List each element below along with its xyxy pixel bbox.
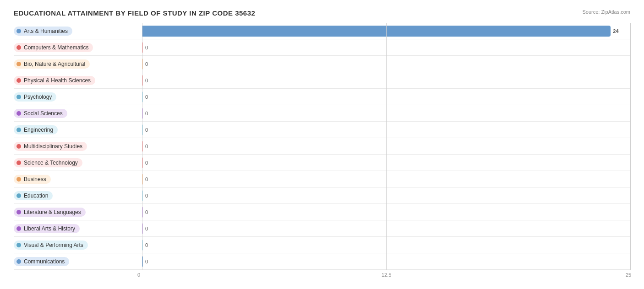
bar-value-com: 0 (145, 259, 148, 264)
bar-row-vis: Visual & Performing Arts0 (14, 237, 630, 253)
dot-soc (16, 111, 21, 116)
bar-row-bus: Business0 (14, 171, 630, 187)
bar-arts (142, 26, 611, 37)
x-tick-2: 25 (626, 272, 631, 278)
bar-row-com: Communications0 (14, 253, 630, 270)
label-pill-arts: Arts & Humanities (14, 27, 72, 36)
label-container-arts: Arts & Humanities (14, 27, 142, 36)
bar-section-eng: 0 (142, 122, 630, 138)
dot-multi (16, 144, 21, 149)
label-pill-lib: Liberal Arts & History (14, 224, 80, 233)
bar-value-eng: 0 (145, 127, 148, 133)
bar-section-bus: 0 (142, 171, 630, 187)
chart-area: Arts & Humanities24Computers & Mathemati… (14, 23, 630, 270)
bar-bus (142, 174, 143, 185)
dot-phys (16, 78, 21, 83)
dot-com (16, 259, 21, 264)
label-container-bio: Bio, Nature & Agricultural (14, 59, 142, 69)
label-container-psy: Psychology (14, 92, 142, 102)
bar-psy (142, 91, 143, 102)
bar-value-bus: 0 (145, 177, 148, 182)
bar-sci (142, 157, 143, 168)
label-container-bus: Business (14, 175, 142, 184)
bar-row-comp: Computers & Mathematics0 (14, 39, 630, 56)
label-pill-comp: Computers & Mathematics (14, 43, 93, 52)
label-container-vis: Visual & Performing Arts (14, 241, 142, 250)
bar-value-arts: 24 (613, 28, 618, 34)
label-container-eng: Engineering (14, 125, 142, 134)
bar-vis (142, 240, 143, 251)
bar-section-lit: 0 (142, 204, 630, 220)
bar-section-multi: 0 (142, 138, 630, 154)
bar-phys (142, 75, 143, 86)
label-text-arts: Arts & Humanities (24, 28, 68, 34)
bar-lit (142, 207, 143, 218)
label-text-phys: Physical & Health Sciences (24, 77, 91, 84)
bar-value-bio: 0 (145, 61, 148, 67)
label-container-soc: Social Sciences (14, 109, 142, 118)
bar-row-lib: Liberal Arts & History0 (14, 220, 630, 237)
label-pill-multi: Multidisciplinary Studies (14, 142, 87, 151)
bar-row-multi: Multidisciplinary Studies0 (14, 138, 630, 155)
bar-value-soc: 0 (145, 111, 148, 116)
label-pill-sci: Science & Technology (14, 158, 82, 167)
dot-psy (16, 95, 21, 99)
label-container-multi: Multidisciplinary Studies (14, 142, 142, 151)
bar-row-soc: Social Sciences0 (14, 105, 630, 122)
bar-comp (142, 42, 143, 53)
label-text-psy: Psychology (24, 94, 52, 100)
bar-section-arts: 24 (142, 23, 630, 39)
bar-value-lit: 0 (145, 209, 148, 215)
x-tick-1: 12.5 (382, 272, 391, 278)
bar-row-sci: Science & Technology0 (14, 155, 630, 171)
label-text-bio: Bio, Nature & Agricultural (24, 61, 85, 67)
bar-value-psy: 0 (145, 94, 148, 100)
bar-section-bio: 0 (142, 56, 630, 72)
bar-com (142, 256, 143, 267)
dot-arts (16, 29, 21, 33)
label-pill-lit: Literature & Languages (14, 208, 86, 217)
bar-section-com: 0 (142, 253, 630, 269)
bar-row-eng: Engineering0 (14, 122, 630, 138)
bar-row-lit: Literature & Languages0 (14, 204, 630, 220)
dot-lit (16, 210, 21, 214)
label-pill-bio: Bio, Nature & Agricultural (14, 59, 90, 69)
label-text-sci: Science & Technology (24, 160, 78, 166)
label-pill-com: Communications (14, 257, 69, 266)
bar-value-edu: 0 (145, 193, 148, 198)
bar-section-comp: 0 (142, 39, 630, 55)
dot-comp (16, 45, 21, 50)
bar-row-psy: Psychology0 (14, 89, 630, 105)
x-axis: 012.525 (142, 270, 630, 279)
label-container-lit: Literature & Languages (14, 208, 142, 217)
dot-lib (16, 226, 21, 231)
label-text-bus: Business (24, 176, 46, 182)
bar-section-vis: 0 (142, 237, 630, 253)
page-container: EDUCATIONAL ATTAINMENT BY FIELD OF STUDY… (14, 9, 630, 279)
chart-title: EDUCATIONAL ATTAINMENT BY FIELD OF STUDY… (14, 9, 255, 17)
label-container-phys: Physical & Health Sciences (14, 76, 142, 85)
bar-bio (142, 59, 143, 70)
label-pill-phys: Physical & Health Sciences (14, 76, 95, 85)
label-container-edu: Education (14, 191, 142, 200)
label-container-sci: Science & Technology (14, 158, 142, 167)
bar-value-sci: 0 (145, 160, 148, 166)
bar-section-sci: 0 (142, 155, 630, 171)
dot-bus (16, 177, 21, 182)
dot-vis (16, 243, 21, 247)
bar-section-lib: 0 (142, 220, 630, 236)
label-pill-eng: Engineering (14, 125, 58, 134)
bar-value-vis: 0 (145, 242, 148, 248)
bar-section-phys: 0 (142, 72, 630, 88)
label-container-comp: Computers & Mathematics (14, 43, 142, 52)
label-container-lib: Liberal Arts & History (14, 224, 142, 233)
bar-soc (142, 108, 143, 119)
label-text-soc: Social Sciences (24, 110, 63, 117)
bar-row-phys: Physical & Health Sciences0 (14, 72, 630, 89)
label-pill-edu: Education (14, 191, 53, 200)
bar-lib (142, 223, 143, 234)
dot-sci (16, 161, 21, 165)
label-pill-bus: Business (14, 175, 51, 184)
label-pill-soc: Social Sciences (14, 109, 67, 118)
bar-row-edu: Education0 (14, 187, 630, 204)
